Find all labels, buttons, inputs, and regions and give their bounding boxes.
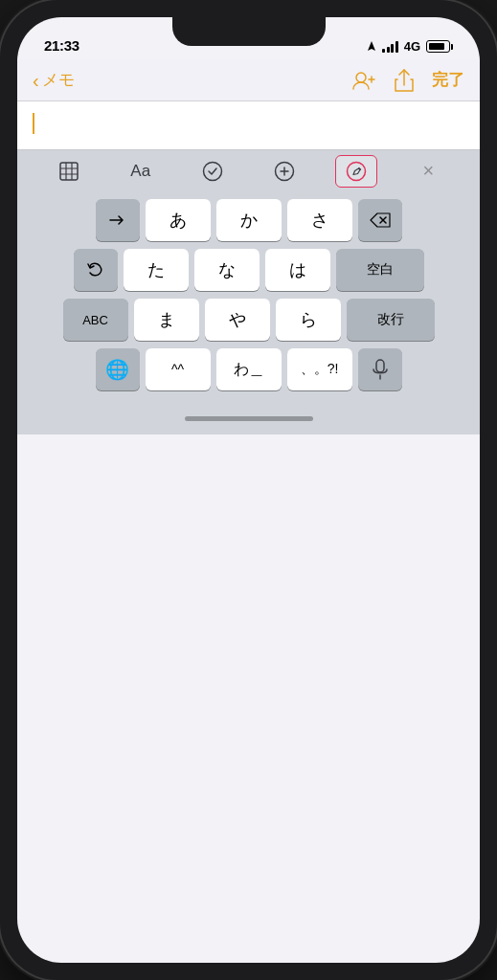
location-icon	[367, 41, 376, 53]
signal-bars	[382, 41, 398, 53]
key-label: ら	[300, 308, 317, 331]
key-ha[interactable]: は	[265, 249, 330, 291]
key-ma[interactable]: ま	[134, 299, 199, 341]
key-undo[interactable]	[74, 249, 118, 291]
share-icon	[394, 68, 415, 93]
key-return[interactable]: 改行	[347, 299, 435, 341]
text-cursor	[33, 113, 34, 134]
bottom-bar	[17, 402, 480, 434]
status-time: 21:33	[44, 37, 79, 54]
home-indicator	[185, 416, 313, 421]
key-ka[interactable]: か	[216, 199, 282, 241]
back-button[interactable]: ‹ メモ	[33, 69, 75, 91]
markup-button[interactable]	[335, 155, 377, 188]
key-label: た	[147, 258, 165, 281]
share-button[interactable]	[394, 68, 415, 93]
key-mic[interactable]	[358, 348, 402, 390]
status-icons: 4G	[367, 39, 453, 54]
keyboard-row-1: あ か さ	[20, 199, 477, 241]
keyboard-row-4: 🌐 ^^ わ＿ 、。?!	[20, 348, 477, 390]
key-a[interactable]: あ	[146, 199, 211, 241]
network-label: 4G	[404, 39, 420, 54]
table-icon	[59, 162, 79, 181]
nav-actions: 完了	[351, 68, 464, 93]
pencil-circle-icon	[346, 161, 367, 182]
undo-icon	[87, 262, 104, 278]
formatting-toolbar: Aa	[17, 149, 480, 191]
format-button[interactable]: Aa	[120, 155, 162, 188]
key-label: ま	[158, 308, 175, 331]
key-punct[interactable]: 、。?!	[287, 348, 352, 390]
check-circle-icon	[202, 161, 223, 182]
key-backspace[interactable]	[358, 199, 402, 241]
chevron-left-icon: ‹	[33, 71, 39, 90]
key-abc[interactable]: ABC	[63, 299, 128, 341]
back-label: メモ	[42, 69, 75, 91]
format-label: Aa	[130, 162, 150, 181]
battery-icon	[426, 40, 453, 53]
key-label: は	[289, 258, 306, 281]
plus-circle-icon	[274, 161, 295, 182]
svg-rect-3	[60, 163, 78, 180]
close-toolbar-button[interactable]: ×	[407, 155, 449, 188]
table-button[interactable]	[48, 155, 90, 188]
japanese-keyboard: あ か さ	[17, 191, 480, 402]
key-abc-label: ABC	[82, 313, 108, 327]
key-return-label: 改行	[377, 311, 404, 328]
key-label: か	[240, 209, 258, 232]
mic-icon	[373, 359, 388, 380]
done-button[interactable]: 完了	[432, 69, 464, 91]
add-person-button[interactable]	[351, 70, 376, 91]
key-ta[interactable]: た	[124, 249, 189, 291]
backspace-icon	[370, 212, 391, 228]
insert-button[interactable]	[263, 155, 305, 188]
keyboard-row-2: た な は 空白	[20, 249, 477, 291]
note-content-area[interactable]	[17, 101, 480, 149]
key-space[interactable]: 空白	[336, 249, 424, 291]
nav-bar: ‹ メモ	[17, 59, 480, 101]
key-na[interactable]: な	[194, 249, 260, 291]
key-label: 、。?!	[301, 361, 339, 378]
key-emoji[interactable]: 🌐	[96, 348, 140, 390]
close-icon: ×	[423, 160, 435, 182]
key-label: な	[218, 258, 236, 281]
phone-screen: 21:33 4G	[17, 17, 480, 963]
checklist-button[interactable]	[192, 155, 234, 188]
key-label: ^^	[171, 362, 184, 377]
emoji-icon: 🌐	[105, 358, 129, 381]
key-label: あ	[169, 209, 187, 232]
key-ya[interactable]: や	[205, 299, 270, 341]
key-wa[interactable]: わ＿	[216, 348, 282, 390]
notch	[172, 17, 326, 46]
keyboard-row-3: ABC ま や ら 改行	[20, 299, 477, 341]
key-label: わ＿	[234, 360, 264, 380]
key-label: さ	[311, 209, 328, 232]
key-sa[interactable]: さ	[287, 199, 352, 241]
key-label: や	[229, 308, 246, 331]
arrow-right-icon	[109, 213, 126, 227]
add-person-icon	[351, 70, 376, 91]
svg-point-12	[348, 162, 366, 180]
svg-rect-15	[376, 360, 384, 372]
svg-point-8	[203, 162, 221, 180]
key-space-label: 空白	[367, 261, 394, 278]
key-dakuten[interactable]: ^^	[146, 348, 211, 390]
key-ra[interactable]: ら	[276, 299, 341, 341]
svg-point-0	[356, 73, 366, 82]
key-arrow[interactable]	[96, 199, 140, 241]
phone-frame: 21:33 4G	[0, 0, 497, 980]
